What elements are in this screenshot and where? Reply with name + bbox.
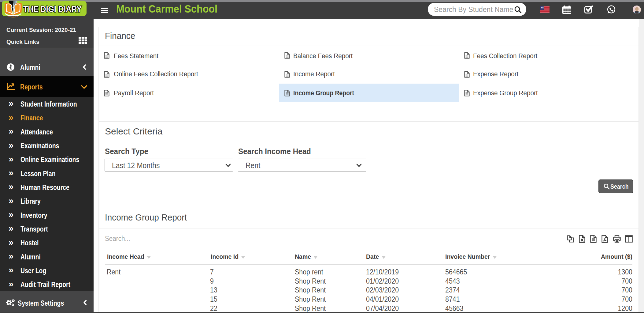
svg-text:THE DIGI DIARY: THE DIGI DIARY bbox=[23, 5, 82, 14]
